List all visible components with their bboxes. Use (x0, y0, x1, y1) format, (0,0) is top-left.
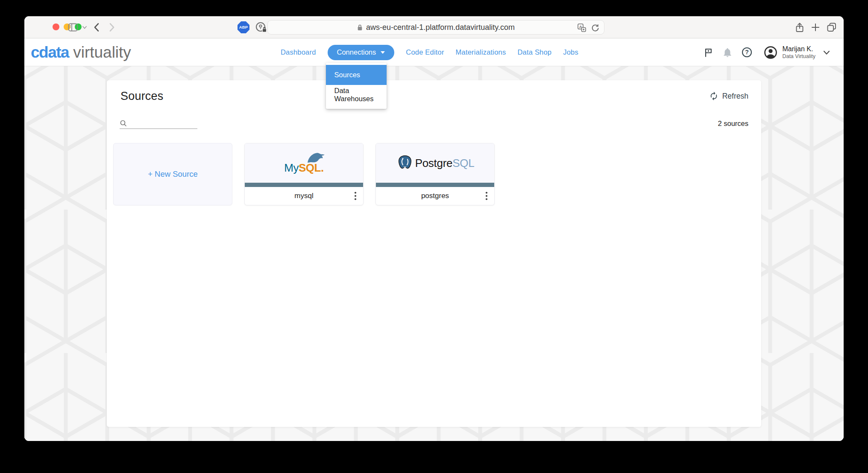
page-background: Sources Refresh (24, 66, 844, 441)
source-card-postgres[interactable]: PostgreSQL postgres (375, 143, 495, 205)
sidebar-toggle-icon[interactable] (67, 16, 79, 38)
new-source-label: + New Source (148, 169, 198, 179)
nav-connections-label: Connections (337, 48, 376, 56)
menu-item-sources[interactable]: Sources (326, 65, 387, 85)
postgresql-elephant-icon (396, 154, 414, 172)
sources-panel: Sources Refresh (107, 80, 761, 427)
logo-virtuality: virtuality (73, 44, 131, 61)
tab-overview-icon[interactable] (826, 16, 837, 38)
flag-icon[interactable] (703, 47, 714, 58)
postgres-wordmark-sql: SQL (452, 157, 474, 169)
app-logo: cdata virtuality (31, 38, 131, 66)
mysql-more-options-icon[interactable] (353, 190, 358, 201)
nav-code-editor[interactable]: Code Editor (406, 48, 444, 56)
translate-icon[interactable]: A (577, 23, 586, 32)
refresh-button[interactable]: Refresh (709, 91, 748, 101)
lock-icon (357, 24, 363, 31)
postgres-more-options-icon[interactable] (484, 190, 489, 201)
sources-count: 2 sources (718, 120, 748, 128)
refresh-icon (709, 91, 718, 101)
card-accent-bar (245, 183, 363, 187)
search-box (120, 117, 197, 129)
browser-toolbar: ABP aws-eu-central-1.platform.datavirtua… (24, 16, 844, 38)
postgresql-logo: PostgreSQL (396, 154, 475, 172)
nav-data-shop[interactable]: Data Shop (517, 48, 551, 56)
user-org: Data Virtuality (782, 53, 815, 59)
nav-connections[interactable]: Connections Sources Data Warehouses (328, 45, 395, 60)
app-navbar: cdata virtuality Dashboard Connections S… (24, 38, 844, 66)
menu-item-data-warehouses[interactable]: Data Warehouses (326, 85, 387, 105)
share-icon[interactable] (795, 16, 805, 38)
source-card-mysql[interactable]: MySQL. mysql (244, 143, 364, 205)
close-window-button[interactable] (53, 23, 59, 30)
url-text: aws-eu-central-1.platform.datavirtuality… (366, 23, 515, 32)
mysql-logo-area: MySQL. (245, 143, 363, 183)
search-icon (120, 120, 127, 127)
logo-cdata: cdata (31, 44, 69, 61)
filter-row: 2 sources (107, 116, 761, 129)
browser-window: ABP aws-eu-central-1.platform.datavirtua… (24, 16, 844, 441)
new-tab-icon[interactable] (811, 16, 820, 38)
mysql-logo: MySQL. (282, 152, 326, 175)
sidebar-chevron-icon[interactable] (82, 16, 87, 38)
mysql-wordmark-my: My (284, 161, 299, 174)
desktop: ABP aws-eu-central-1.platform.datavirtua… (0, 0, 868, 473)
connections-dropdown: Sources Data Warehouses (326, 63, 387, 109)
user-name: Marijan K. (782, 45, 815, 53)
refresh-label: Refresh (722, 92, 748, 101)
address-bar[interactable]: aws-eu-central-1.platform.datavirtuality… (267, 20, 604, 35)
card-accent-bar (376, 183, 494, 187)
postgres-logo-area: PostgreSQL (376, 143, 494, 183)
mysql-wordmark-sql: SQL. (299, 161, 324, 174)
nav-dashboard[interactable]: Dashboard (281, 48, 316, 56)
svg-text:?: ? (745, 49, 749, 55)
source-name: mysql (294, 192, 313, 200)
forward-button[interactable] (109, 16, 115, 38)
source-cards: + New Source MySQL. (107, 143, 761, 205)
mysql-card-footer: mysql (245, 187, 363, 205)
chevron-down-icon (381, 51, 385, 54)
main-navigation: Dashboard Connections Sources Data Wareh… (281, 38, 578, 66)
adblock-extension-icon[interactable]: ABP (238, 21, 249, 33)
postgres-card-footer: postgres (376, 187, 494, 205)
help-icon[interactable]: ? (741, 47, 753, 58)
notifications-bell-icon[interactable] (722, 47, 733, 58)
new-source-card[interactable]: + New Source (113, 143, 232, 205)
navbar-right: ? Marijan K. Data Virtuality (703, 38, 831, 66)
page-title: Sources (120, 90, 163, 103)
user-menu[interactable]: Marijan K. Data Virtuality (763, 45, 831, 60)
back-button[interactable] (94, 16, 100, 38)
nav-jobs[interactable]: Jobs (563, 48, 578, 56)
avatar (763, 45, 778, 60)
panel-header: Sources Refresh (107, 80, 761, 105)
chevron-down-icon (822, 50, 831, 55)
password-manager-extension-icon[interactable] (255, 21, 267, 33)
reload-icon[interactable] (591, 23, 600, 32)
nav-materializations[interactable]: Materializations (456, 48, 506, 56)
postgres-wordmark-postgre: Postgre (415, 157, 453, 169)
search-input[interactable] (130, 118, 194, 128)
source-name: postgres (421, 192, 449, 200)
